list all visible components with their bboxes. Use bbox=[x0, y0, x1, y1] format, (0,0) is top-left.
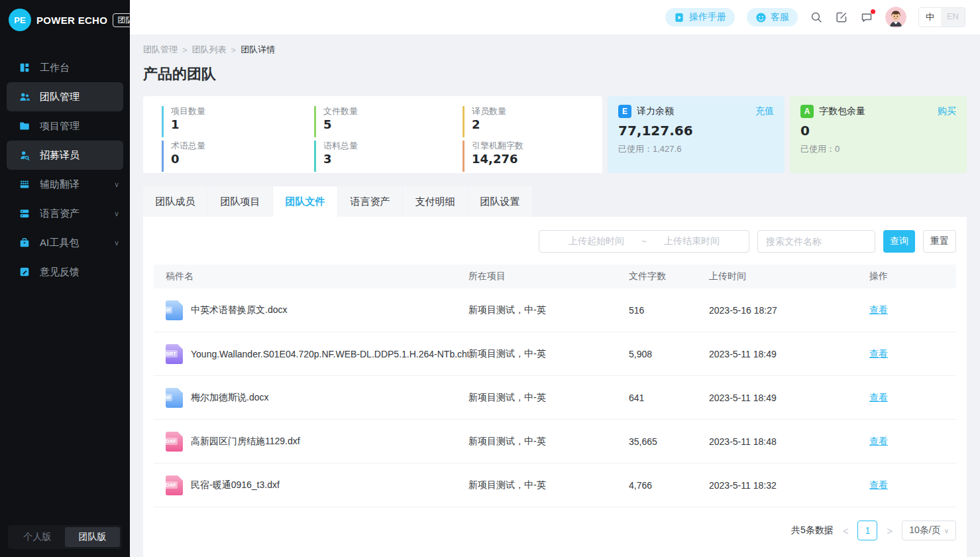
stat-4: 语料总量3 bbox=[314, 141, 463, 172]
user-avatar[interactable] bbox=[885, 7, 906, 28]
lang-en[interactable]: EN bbox=[941, 8, 965, 27]
project-cell: 新项目测试，中-英 bbox=[468, 392, 629, 404]
breadcrumb-team-list[interactable]: 团队列表 bbox=[192, 44, 227, 56]
reset-button[interactable]: 重置 bbox=[923, 230, 956, 253]
sidebar-item-label: 辅助翻译 bbox=[40, 178, 80, 191]
language-switch[interactable]: 中 EN bbox=[918, 7, 965, 27]
folded-corner bbox=[178, 475, 183, 481]
sidebar-item-ai-toolbox[interactable]: AI工具包∨ bbox=[7, 228, 123, 257]
top-bar: 操作手册 客服 中 EN bbox=[130, 0, 980, 34]
database-icon bbox=[19, 208, 30, 219]
support-button[interactable]: 客服 bbox=[747, 8, 798, 27]
view-link[interactable]: 查看 bbox=[869, 392, 888, 402]
project-cell: 新项目测试，中-英 bbox=[468, 304, 629, 316]
date-start-placeholder: 上传起始时间 bbox=[569, 235, 624, 247]
package-used: 已使用：0 bbox=[800, 143, 956, 155]
manual-button[interactable]: 操作手册 bbox=[665, 8, 735, 27]
page-title: 产品的团队 bbox=[143, 64, 967, 84]
pagination: 共5条数据 < 1 > 10条/页 ∨ bbox=[154, 521, 956, 540]
upload-time-cell: 2023-5-11 18:49 bbox=[709, 349, 869, 359]
file-name: 民宿-暖通0916_t3.dxf bbox=[191, 479, 280, 491]
sidebar-item-workbench[interactable]: 工作台 bbox=[7, 53, 123, 82]
support-icon bbox=[755, 12, 767, 23]
lang-zh[interactable]: 中 bbox=[919, 8, 941, 27]
sidebar-item-feedback[interactable]: 意见反馈 bbox=[7, 257, 123, 286]
stat-value: 5 bbox=[323, 117, 463, 131]
view-link[interactable]: 查看 bbox=[869, 436, 888, 446]
sidebar-item-assist[interactable]: 辅助翻译∨ bbox=[7, 170, 123, 199]
manual-label: 操作手册 bbox=[689, 11, 726, 23]
compose-icon[interactable] bbox=[835, 11, 848, 24]
next-page-button[interactable]: > bbox=[887, 525, 893, 536]
balance-value: 77,127.66 bbox=[618, 123, 774, 139]
sidebar-item-project[interactable]: 项目管理 bbox=[7, 111, 123, 141]
breadcrumb: 团队管理 > 团队列表 > 团队详情 bbox=[143, 44, 967, 56]
sidebar-item-label: 语言资产 bbox=[40, 208, 80, 220]
tab-projects[interactable]: 团队项目 bbox=[208, 186, 272, 217]
page-size-value: 10条/页 bbox=[909, 525, 940, 536]
upload-date-range-input[interactable]: 上传起始时间 ~ 上传结束时间 bbox=[539, 230, 749, 253]
sidebar-item-team[interactable]: 团队管理 bbox=[7, 82, 123, 111]
chevron-down-icon: ∨ bbox=[114, 180, 119, 189]
team-stats-card: 项目数量1文件数量5译员数量2术语总量0语料总量3引擎机翻字数14,276 bbox=[143, 96, 602, 173]
buy-link[interactable]: 购买 bbox=[938, 105, 956, 117]
action-cell: 查看 bbox=[869, 304, 956, 316]
table-row: DXF民宿-暖通0916_t3.dxf新项目测试，中-英4,7662023-5-… bbox=[154, 464, 956, 507]
messages-icon[interactable] bbox=[860, 11, 873, 24]
stat-label: 项目数量 bbox=[171, 106, 314, 117]
file-name-cell: DXF民宿-暖通0916_t3.dxf bbox=[154, 475, 468, 495]
tab-payments[interactable]: 支付明细 bbox=[403, 186, 467, 217]
sidebar-item-recruit[interactable]: 招募译员 bbox=[7, 141, 123, 170]
dxf-file-icon: DXF bbox=[166, 432, 183, 452]
recharge-link[interactable]: 充值 bbox=[755, 105, 774, 117]
tab-members[interactable]: 团队成员 bbox=[143, 186, 207, 217]
chevron-down-icon: ∨ bbox=[114, 210, 119, 218]
sidebar-item-label: 项目管理 bbox=[40, 120, 80, 133]
query-button[interactable]: 查询 bbox=[883, 230, 915, 253]
package-a-icon: A bbox=[800, 105, 814, 118]
toolbox-icon bbox=[19, 237, 30, 249]
tab-assets[interactable]: 语言资产 bbox=[338, 186, 402, 217]
view-link[interactable]: 查看 bbox=[869, 348, 888, 359]
file-name-cell: DXF高新园区门房结施1129.dxf bbox=[154, 432, 468, 452]
table-body: W中英术语替换原文.docx新项目测试，中-英5162023-5-16 18:2… bbox=[154, 288, 956, 507]
keyboard-icon bbox=[19, 178, 30, 190]
page-content: 团队管理 > 团队列表 > 团队详情 产品的团队 项目数量1文件数量5译员数量2… bbox=[130, 34, 980, 557]
tab-files[interactable]: 团队文件 bbox=[273, 186, 337, 217]
brand: PE POWER ECHO 团队 bbox=[0, 0, 130, 40]
view-link[interactable]: 查看 bbox=[869, 479, 888, 490]
table-row: W梅尔加德斯说.docx新项目测试，中-英6412023-5-11 18:49查… bbox=[154, 376, 956, 420]
word-count-cell: 35,665 bbox=[629, 436, 709, 447]
current-page-button[interactable]: 1 bbox=[857, 521, 877, 540]
breadcrumb-separator: > bbox=[231, 45, 237, 55]
edition-personal-button[interactable]: 个人版 bbox=[10, 527, 65, 547]
file-name-search-input[interactable] bbox=[757, 230, 875, 253]
view-link[interactable]: 查看 bbox=[869, 304, 888, 315]
team-files-panel: 上传起始时间 ~ 上传结束时间 查询 重置 稿件名所在项目文件字数上传时间操作 … bbox=[143, 217, 967, 557]
edition-team-button[interactable]: 团队版 bbox=[65, 527, 120, 547]
sidebar-item-assets[interactable]: 语言资产∨ bbox=[7, 199, 123, 228]
action-cell: 查看 bbox=[869, 348, 956, 360]
sidebar-item-label: 团队管理 bbox=[40, 91, 80, 103]
column-header-0: 稿件名 bbox=[154, 271, 468, 282]
action-cell: 查看 bbox=[869, 479, 956, 491]
stat-5: 引擎机翻字数14,276 bbox=[463, 141, 602, 172]
date-tilde: ~ bbox=[641, 236, 647, 247]
stat-0: 项目数量1 bbox=[162, 106, 314, 137]
notification-badge bbox=[871, 9, 875, 14]
stat-label: 文件数量 bbox=[323, 106, 463, 117]
column-header-1: 所在项目 bbox=[468, 271, 629, 282]
file-type-badge: W bbox=[164, 306, 172, 314]
translation-balance-card: E 译力余额 充值 77,127.66 已使用：1,427.6 bbox=[608, 96, 785, 173]
stat-1: 文件数量5 bbox=[314, 106, 463, 137]
breadcrumb-team-management[interactable]: 团队管理 bbox=[143, 44, 178, 56]
package-title: 字数包余量 bbox=[819, 105, 865, 117]
file-name: 梅尔加德斯说.docx bbox=[191, 392, 268, 404]
tab-settings[interactable]: 团队设置 bbox=[468, 186, 532, 217]
stat-label: 引擎机翻字数 bbox=[472, 141, 602, 151]
prev-page-button[interactable]: < bbox=[843, 525, 849, 536]
folded-corner bbox=[178, 388, 183, 393]
stat-label: 术语总量 bbox=[171, 141, 314, 151]
page-size-select[interactable]: 10条/页 ∨ bbox=[902, 521, 956, 540]
search-icon[interactable] bbox=[810, 11, 823, 24]
